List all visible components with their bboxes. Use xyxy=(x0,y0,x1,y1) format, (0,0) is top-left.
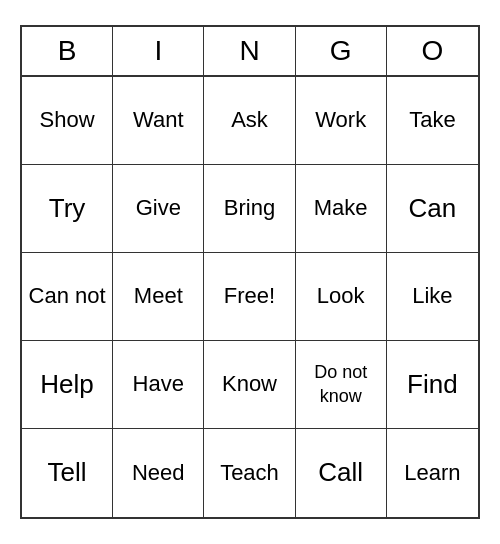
bingo-cell-4-0: Tell xyxy=(22,429,113,517)
cell-text: Take xyxy=(409,106,455,135)
cell-text: Find xyxy=(407,368,458,402)
bingo-cell-2-3: Look xyxy=(296,253,387,341)
cell-text: Do not know xyxy=(300,361,382,408)
bingo-cell-4-3: Call xyxy=(296,429,387,517)
cell-text: Tell xyxy=(48,456,87,490)
bingo-cell-1-0: Try xyxy=(22,165,113,253)
cell-text: Show xyxy=(40,106,95,135)
cell-text: Want xyxy=(133,106,184,135)
cell-text: Call xyxy=(318,456,363,490)
bingo-cell-0-2: Ask xyxy=(204,77,295,165)
cell-text: Teach xyxy=(220,459,279,488)
cell-text: Like xyxy=(412,282,452,311)
cell-text: Look xyxy=(317,282,365,311)
bingo-grid: ShowWantAskWorkTakeTryGiveBringMakeCanCa… xyxy=(22,77,478,517)
cell-text: Meet xyxy=(134,282,183,311)
bingo-cell-0-4: Take xyxy=(387,77,478,165)
cell-text: Need xyxy=(132,459,185,488)
cell-text: Work xyxy=(315,106,366,135)
cell-text: Give xyxy=(136,194,181,223)
cell-text: Make xyxy=(314,194,368,223)
header-cell-o: O xyxy=(387,27,478,75)
bingo-cell-0-1: Want xyxy=(113,77,204,165)
bingo-header: BINGO xyxy=(22,27,478,77)
cell-text: Can not xyxy=(29,282,106,311)
bingo-cell-4-2: Teach xyxy=(204,429,295,517)
cell-text: Know xyxy=(222,370,277,399)
bingo-cell-0-0: Show xyxy=(22,77,113,165)
bingo-cell-2-1: Meet xyxy=(113,253,204,341)
cell-text: Ask xyxy=(231,106,268,135)
header-cell-n: N xyxy=(204,27,295,75)
cell-text: Learn xyxy=(404,459,460,488)
cell-text: Bring xyxy=(224,194,275,223)
bingo-cell-3-1: Have xyxy=(113,341,204,429)
bingo-cell-4-4: Learn xyxy=(387,429,478,517)
cell-text: Free! xyxy=(224,282,275,311)
cell-text: Can xyxy=(409,192,457,226)
bingo-cell-1-3: Make xyxy=(296,165,387,253)
bingo-cell-0-3: Work xyxy=(296,77,387,165)
cell-text: Have xyxy=(133,370,184,399)
bingo-card: BINGO ShowWantAskWorkTakeTryGiveBringMak… xyxy=(20,25,480,519)
bingo-cell-3-3: Do not know xyxy=(296,341,387,429)
header-cell-i: I xyxy=(113,27,204,75)
bingo-cell-3-4: Find xyxy=(387,341,478,429)
bingo-cell-4-1: Need xyxy=(113,429,204,517)
bingo-cell-1-2: Bring xyxy=(204,165,295,253)
bingo-cell-2-0: Can not xyxy=(22,253,113,341)
header-cell-b: B xyxy=(22,27,113,75)
bingo-cell-1-1: Give xyxy=(113,165,204,253)
bingo-cell-2-2: Free! xyxy=(204,253,295,341)
bingo-cell-3-0: Help xyxy=(22,341,113,429)
bingo-cell-2-4: Like xyxy=(387,253,478,341)
header-cell-g: G xyxy=(296,27,387,75)
bingo-cell-3-2: Know xyxy=(204,341,295,429)
cell-text: Help xyxy=(40,368,93,402)
bingo-cell-1-4: Can xyxy=(387,165,478,253)
cell-text: Try xyxy=(49,192,86,226)
